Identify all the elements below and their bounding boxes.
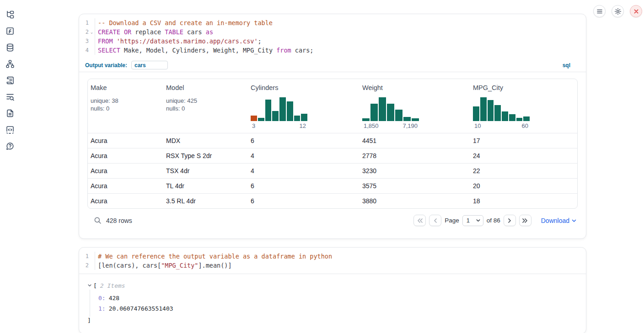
scratchpad-icon[interactable] [5,76,15,85]
table-cell: MDX [163,137,248,144]
close-icon [633,9,639,14]
table-cell: 6 [248,197,360,205]
table-cell: Acura [88,182,163,190]
code-line[interactable]: 4SELECT Make, Model, Cylinders, Weight, … [79,46,586,55]
table-cell: 20 [470,182,577,190]
last-page-button[interactable] [519,215,531,226]
column-header-model[interactable]: Modelunique: 425nulls: 0 [163,79,248,133]
code-line[interactable]: 2⌄CREATE OR replace TABLE cars as [79,27,586,37]
column-title: Make [91,84,160,91]
chevron-down-icon [476,218,481,223]
line-number: 1 [79,252,95,261]
chevrons-left-icon [417,218,423,223]
histogram-bar [509,114,515,121]
search-icon [94,217,102,224]
menu-icon [596,8,603,15]
python-cell-output: [ 2 Items 0:4281:20.060747663551403 ] [79,274,586,333]
table-cell: RSX Type S 2dr [163,152,248,159]
notebook-actions [593,5,642,17]
row-count: 428 rows [106,217,132,224]
pagination: Page 1 of 86 [413,215,577,226]
file-explorer-icon[interactable] [5,10,15,19]
column-title: Cylinders [251,84,356,91]
table-cell: Acura [88,152,163,159]
line-number: 3 [79,37,95,46]
snippets-icon[interactable] [5,125,15,134]
chevron-right-icon [507,218,512,223]
list-entry: 0:428 [98,295,578,302]
page-select-value: 1 [467,217,470,224]
help-icon[interactable] [5,142,15,151]
list-open-bracket: [ [93,282,97,290]
histogram-bar [287,101,293,121]
column-stats: unique: 38nulls: 0 [91,97,160,112]
histogram-bar [488,100,494,121]
code-line[interactable]: 1-- Download a CSV and create an in-memo… [79,18,586,27]
datasources-icon[interactable] [5,43,15,52]
code-line[interactable]: 1# We can reference the output variable … [79,252,586,261]
histogram-bar [265,100,272,121]
histogram-bar [251,116,257,121]
table-cell: 3230 [360,167,470,174]
dependency-graph-icon[interactable] [5,59,15,69]
sql-cell-output: Makeunique: 38nulls: 0Modelunique: 425nu… [79,72,586,238]
page-select[interactable]: 1 [462,215,483,226]
histogram-bar [473,106,479,121]
download-button[interactable]: Download [541,217,577,224]
table-row[interactable]: AcuraTL 4dr6357520 [88,178,577,193]
table-cell: 4 [248,167,360,174]
column-header-weight[interactable]: Weight1,8507,190 [360,79,470,133]
table-row[interactable]: AcuraMDX6445117 [88,133,577,148]
table-row[interactable]: AcuraRSX Type S 2dr4277824 [88,148,577,163]
histogram-cylinders: 312 [251,97,307,129]
chevron-down-icon [571,218,577,223]
python-cell: 1# We can reference the output variable … [79,247,586,333]
code-line[interactable]: 3FROM 'https://datasets.marimo.app/cars.… [79,37,586,46]
previous-page-button[interactable] [429,215,441,226]
column-header-cylinders[interactable]: Cylinders312 [248,79,360,133]
search-button[interactable] [94,217,102,224]
variables-icon[interactable] [5,26,15,36]
table-cell: 4 [248,152,360,159]
histogram-axis: 1,8507,190 [362,121,419,129]
table-row[interactable]: AcuraTSX 4dr4323022 [88,163,577,178]
logs-search-icon[interactable] [5,92,15,101]
column-header-mpg_city[interactable]: MPG_City1060 [470,79,577,133]
list-entry: 1:20.060747663551403 [98,305,578,313]
output-variable-input[interactable] [131,61,168,69]
histogram-bar [279,97,286,121]
table-header-row: Makeunique: 38nulls: 0Modelunique: 425nu… [88,79,577,133]
tree-collapse-toggle[interactable] [87,283,92,288]
settings-button[interactable] [612,5,624,17]
histogram-bar [403,117,411,121]
shutdown-button[interactable] [630,5,642,17]
first-page-button[interactable] [413,215,426,226]
table-footer: 428 rows Page 1 [87,209,578,233]
table-cell: 6 [248,137,360,144]
helper-sidebar [0,0,20,333]
histogram-weight: 1,8507,190 [362,97,419,129]
column-title: Weight [362,84,467,91]
menu-button[interactable] [593,5,606,17]
next-page-button[interactable] [504,215,516,226]
table-cell: 17 [470,137,577,144]
histogram-bar [412,118,419,121]
python-code-editor[interactable]: 1# We can reference the output variable … [79,248,586,274]
histogram-axis: 312 [251,121,307,129]
documentation-icon[interactable] [5,109,15,118]
code-line[interactable]: 2[len(cars), cars["MPG_City"].mean()] [79,261,586,270]
line-number: 2 [79,261,95,270]
fold-indicator-icon[interactable]: ⌄ [89,30,95,34]
histogram-bar [272,111,279,121]
table-cell: 3880 [360,197,470,205]
table-row[interactable]: Acura3.5 RL 4dr6388018 [88,193,577,208]
output-variable-label: Output variable: [85,62,127,69]
language-badge[interactable]: sql [563,62,570,69]
histogram-bar [370,104,378,121]
table-cell: 2778 [360,152,470,159]
sql-code-editor[interactable]: 1-- Download a CSV and create an in-memo… [79,14,586,58]
list-items-count: 2 Items [100,282,125,289]
table-cell: 3575 [360,182,470,190]
column-header-make[interactable]: Makeunique: 38nulls: 0 [88,79,163,133]
entry-value: 20.060747663551403 [109,305,173,313]
